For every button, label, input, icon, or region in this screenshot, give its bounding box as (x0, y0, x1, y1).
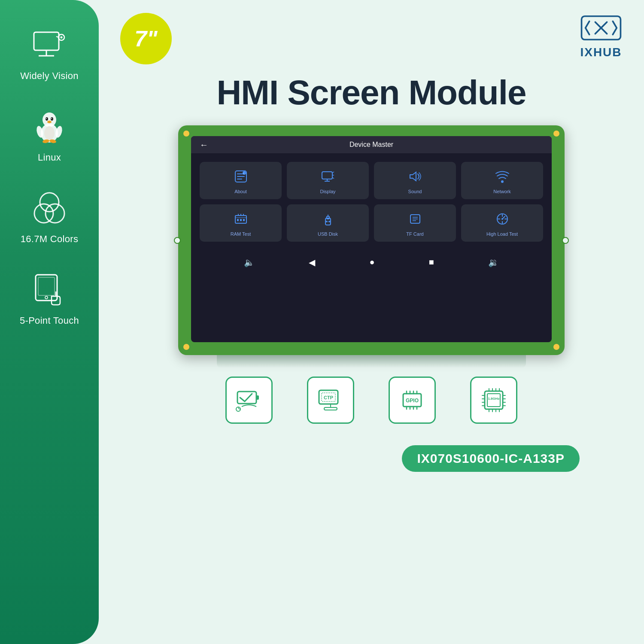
svg-rect-0 (34, 32, 59, 50)
app-icon-display (321, 170, 335, 185)
top-bar: 7" IXHUB (120, 13, 623, 64)
pcb-dot-tr (553, 131, 559, 137)
main-content: 7" IXHUB HMI Screen Module (99, 0, 644, 644)
app-label-ram-test: RAM Test (231, 231, 251, 237)
nav-volume-up[interactable]: 🔉 (488, 257, 499, 267)
status-bar: ← Device Master (191, 136, 552, 153)
pcb-hole-left (174, 237, 181, 244)
sidebar-label-touch: 5-Point Touch (20, 315, 79, 326)
sidebar: Widely Vision (0, 0, 99, 644)
app-icon-sound (408, 170, 422, 185)
app-label-tf-card: TF Card (406, 231, 423, 237)
app-item-network[interactable]: Network (461, 162, 543, 199)
svg-rect-42 (237, 219, 239, 221)
pcb-dot-bl (183, 344, 189, 350)
bottom-icons-row: CTP GPIO (120, 377, 623, 424)
brand-name: IXHUB (580, 46, 622, 59)
pcb-board: ← Device Master i (178, 125, 565, 355)
ixhub-logo: IXHUB (580, 13, 623, 59)
svg-point-49 (328, 221, 330, 222)
svg-text:GPIO: GPIO (406, 398, 419, 404)
svg-rect-23 (38, 277, 55, 295)
page-title: HMI Screen Module (120, 73, 623, 112)
colors-icon (30, 189, 69, 228)
app-icon-usb-disk (321, 212, 335, 228)
app-label-display: Display (320, 189, 335, 194)
size-text: 7" (134, 27, 158, 50)
app-label-about: About (234, 189, 247, 194)
svg-rect-32 (322, 172, 332, 179)
svg-point-11 (46, 118, 47, 119)
back-button[interactable]: ← (200, 140, 208, 150)
svg-text:1.8GHz: 1.8GHz (488, 397, 499, 401)
app-icon-high-load (495, 212, 509, 228)
bottom-icon-ctp: CTP (307, 377, 354, 424)
app-label-high-load: High Load Test (486, 231, 518, 237)
nav-back[interactable]: ◀ (309, 257, 315, 267)
svg-point-14 (44, 126, 55, 140)
size-badge: 7" (120, 13, 172, 64)
svg-point-12 (51, 118, 52, 119)
pcb-dot-br (553, 344, 559, 350)
app-icon-about: i (234, 170, 248, 185)
product-id-badge: IX070S10600-IC-A133P (402, 445, 580, 472)
monitor-icon (30, 26, 69, 64)
app-icon-network (495, 170, 509, 185)
svg-marker-38 (410, 172, 416, 181)
sidebar-label-colors: 16.7M Colors (21, 234, 78, 245)
battery-icon-box (225, 377, 273, 424)
pcb-dot-tl (183, 131, 189, 137)
app-label-usb-disk: USB Disk (318, 231, 338, 237)
svg-text:i: i (243, 172, 243, 175)
app-label-network: Network (493, 189, 510, 194)
svg-rect-68 (324, 407, 337, 410)
app-item-ram-test[interactable]: RAM Test (200, 204, 282, 242)
svg-text:CTP: CTP (324, 395, 333, 400)
svg-point-9 (46, 117, 48, 121)
nav-stop[interactable]: ■ (429, 257, 434, 267)
svg-point-48 (326, 221, 328, 222)
cpu-icon: 1.8GHz (479, 385, 509, 415)
app-item-sound[interactable]: Sound (374, 162, 456, 199)
svg-point-60 (501, 218, 503, 220)
nav-home[interactable]: ● (369, 257, 374, 267)
svg-point-21 (46, 204, 64, 223)
app-item-usb-disk[interactable]: USB Disk (287, 204, 369, 242)
svg-rect-43 (240, 219, 242, 221)
sidebar-item-colors: 16.7M Colors (21, 189, 78, 245)
svg-point-20 (34, 204, 53, 223)
svg-point-24 (45, 296, 48, 299)
app-label-sound: Sound (408, 189, 422, 194)
linux-icon (30, 107, 69, 146)
svg-rect-44 (243, 219, 245, 221)
pcb-hole-right (562, 237, 569, 244)
app-item-tf-card[interactable]: TF Card (374, 204, 456, 242)
cpu-icon-box: 1.8GHz (470, 377, 517, 424)
sidebar-item-linux: Linux (30, 107, 69, 163)
bottom-icon-gpio: GPIO (389, 377, 436, 424)
app-item-display[interactable]: Display (287, 162, 369, 199)
svg-point-13 (47, 121, 52, 123)
bottom-icon-battery (225, 377, 273, 424)
app-grid: i About (191, 153, 552, 250)
device-screen: ← Device Master i (191, 136, 552, 342)
app-icon-tf-card (408, 212, 422, 228)
gpio-icon-box: GPIO (389, 377, 436, 424)
touch-icon (30, 270, 69, 309)
screen-title: Device Master (349, 141, 393, 149)
nav-volume-down[interactable]: 🔈 (244, 257, 255, 267)
product-id-wrapper: IX070S10600-IC-A133P (120, 445, 580, 472)
sidebar-item-widely-vision: Widely Vision (20, 26, 79, 82)
svg-point-19 (40, 193, 59, 212)
app-icon-ram-test (234, 212, 248, 228)
sidebar-label-linux: Linux (38, 152, 61, 163)
svg-rect-62 (256, 395, 259, 400)
ctp-icon: CTP (316, 385, 346, 415)
ctp-icon-box: CTP (307, 377, 354, 424)
sidebar-label-widely-vision: Widely Vision (20, 70, 79, 82)
gpio-icon: GPIO (397, 385, 427, 415)
svg-point-8 (43, 112, 56, 127)
app-item-about[interactable]: i About (200, 162, 282, 199)
nav-bar: 🔈 ◀ ● ■ 🔉 (191, 250, 552, 274)
app-item-high-load[interactable]: High Load Test (461, 204, 543, 242)
